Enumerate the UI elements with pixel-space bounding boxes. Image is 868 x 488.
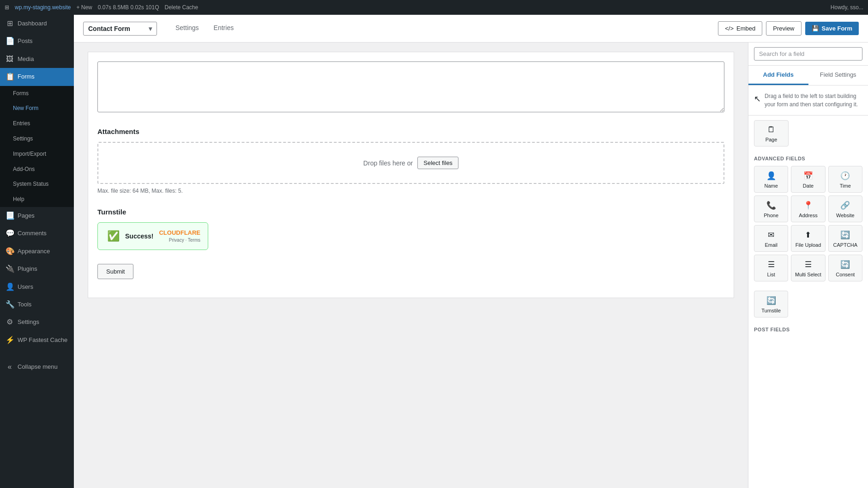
media-icon: 🖼 [6,54,14,64]
field-item-time[interactable]: 🕐 Time [828,166,862,193]
sidebar-item-dashboard[interactable]: ⊞ Dashboard [0,15,74,32]
sidebar-submenu-forms[interactable]: Forms [0,86,74,101]
collapse-menu-button[interactable]: « Collapse menu [0,358,74,376]
phone-field-label: Phone [764,213,778,218]
sidebar-item-comments[interactable]: 💬 Comments [0,225,74,242]
date-field-label: Date [803,183,814,189]
field-item-email[interactable]: ✉ Email [754,225,788,252]
consent-field-icon: 🔄 [840,260,850,269]
multi-select-field-icon: ☰ [805,260,812,269]
search-field-input[interactable] [754,47,862,61]
phone-field-icon: 📞 [766,201,776,210]
sidebar-submenu-import-export[interactable]: Import/Export [0,146,74,162]
appearance-icon: 🎨 [6,246,14,256]
submenu-label-forms: Forms [13,90,29,98]
drag-hint: ↖ Drag a field to the left to start buil… [748,85,868,116]
advanced-fields-section: Advanced Fields 👤 Name 📅 Date 🕐 Time [748,151,868,286]
submenu-label-system-status: System Status [13,180,48,188]
sidebar-submenu-new-form[interactable]: New Form [0,101,74,116]
file-upload-field-icon: ⬆ [805,230,811,240]
tab-field-settings[interactable]: Field Settings [808,66,868,85]
cloudflare-logo: CLOUDFLARE Privacy · Terms [159,229,200,243]
sidebar-item-wp-fastest-cache[interactable]: ⚡ WP Fastest Cache [0,331,74,349]
turnstile-widget: ✅ Success! CLOUDFLARE Privacy · Terms [97,222,208,250]
form-nav-settings[interactable]: Settings [168,20,206,37]
sidebar-item-forms[interactable]: 📋 Forms [0,68,74,85]
sidebar-item-settings[interactable]: ⚙ Settings [0,313,74,331]
sidebar-submenu-add-ons[interactable]: Add-Ons [0,162,74,177]
email-field-label: Email [765,242,778,248]
special-fields-section: 🔄 Turnstile [748,286,868,322]
sidebar-item-pages[interactable]: 📃 Pages [0,207,74,225]
captcha-field-label: CAPTCHA [833,242,858,248]
time-field-label: Time [840,183,851,189]
sidebar-item-posts[interactable]: 📄 Posts [0,32,74,50]
field-item-website[interactable]: 🔗 Website [828,195,862,222]
field-item-address[interactable]: 📍 Address [791,195,825,222]
form-nav: Settings Entries [168,20,241,37]
select-files-button[interactable]: Select files [417,157,458,169]
website-field-icon: 🔗 [840,201,850,210]
form-canvas-inner: Attachments Drop files here or Select fi… [88,52,734,298]
field-item-name[interactable]: 👤 Name [754,166,788,193]
field-item-date[interactable]: 📅 Date [791,166,825,193]
header-actions: </> Embed Preview 💾 Save Form [718,21,859,36]
collapse-menu-label: Collapse menu [18,363,58,371]
multi-select-field-label: Multi Select [795,272,821,277]
message-textarea[interactable] [97,61,724,112]
list-field-icon: ☰ [768,260,775,269]
form-nav-entries[interactable]: Entries [206,20,241,37]
field-item-turnstile[interactable]: 🔄 Turnstile [754,291,788,317]
post-fields-section: Post Fields [748,322,868,342]
field-item-page[interactable]: 🗒 Page [754,120,789,146]
submit-button[interactable]: Submit [97,264,133,279]
comments-icon: 💬 [6,228,14,238]
field-item-captcha[interactable]: 🔄 CAPTCHA [828,225,862,252]
success-checkmark-icon: ✅ [107,230,120,242]
sidebar-label-media: Media [18,55,34,63]
advanced-fields-grid: 👤 Name 📅 Date 🕐 Time 📞 [754,166,862,281]
date-field-icon: 📅 [803,171,813,181]
sidebar-submenu-help[interactable]: Help [0,192,74,207]
sidebar-submenu-system-status[interactable]: System Status [0,177,74,192]
sidebar-item-appearance[interactable]: 🎨 Appearance [0,243,74,260]
file-upload-area: Drop files here or Select files [97,142,724,184]
sidebar-submenu-settings[interactable]: Settings [0,131,74,146]
field-item-phone[interactable]: 📞 Phone [754,195,788,222]
dashboard-icon: ⊞ [6,18,14,29]
admin-bar-site-name[interactable]: wp.my-staging.website [15,4,71,11]
sidebar-item-plugins[interactable]: 🔌 Plugins [0,260,74,278]
form-title-select[interactable]: Contact Form ▾ [83,22,157,36]
save-form-button[interactable]: 💾 Save Form [805,22,859,35]
drag-hint-text: Drag a field to the left to start buildi… [765,92,862,109]
field-item-multi-select[interactable]: ☰ Multi Select [791,255,825,281]
embed-button[interactable]: </> Embed [718,21,762,36]
wp-fastest-cache-icon: ⚡ [6,335,14,345]
admin-bar: ⊞ wp.my-staging.website + New 0.07s 8.5M… [0,0,868,15]
sidebar-submenu-entries[interactable]: Entries [0,116,74,131]
admin-bar-delete-cache[interactable]: Delete Cache [165,4,199,11]
captcha-field-icon: 🔄 [840,230,850,240]
field-item-list[interactable]: ☰ List [754,255,788,281]
sidebar-label-tools: Tools [18,300,31,309]
field-item-consent[interactable]: 🔄 Consent [828,255,862,281]
address-field-label: Address [799,213,817,218]
admin-bar-stats: 0.07s 8.5MB 0.02s 101Q [98,4,159,11]
form-body: Attachments Drop files here or Select fi… [74,43,868,488]
sidebar-item-users[interactable]: 👤 Users [0,278,74,296]
admin-bar-user: Howdy, sso... [831,4,863,11]
field-item-file-upload[interactable]: ⬆ File Upload [791,225,825,252]
special-fields-grid: 🔄 Turnstile [754,291,862,317]
sidebar-label-plugins: Plugins [18,265,37,273]
sidebar-item-tools[interactable]: 🔧 Tools [0,296,74,313]
sidebar-item-media[interactable]: 🖼 Media [0,50,74,68]
tab-add-fields[interactable]: Add Fields [748,66,808,85]
post-fields-title: Post Fields [754,327,862,332]
sidebar-label-settings: Settings [18,318,39,326]
preview-button[interactable]: Preview [766,21,801,36]
file-upload-field-label: File Upload [796,242,821,248]
admin-bar-new[interactable]: + New [76,4,92,11]
sidebar: ⊞ Dashboard 📄 Posts 🖼 Media 📋 Forms Form… [0,15,74,488]
form-header: Contact Form ▾ Settings Entries </> Embe… [74,15,868,43]
settings-icon: ⚙ [6,317,14,327]
